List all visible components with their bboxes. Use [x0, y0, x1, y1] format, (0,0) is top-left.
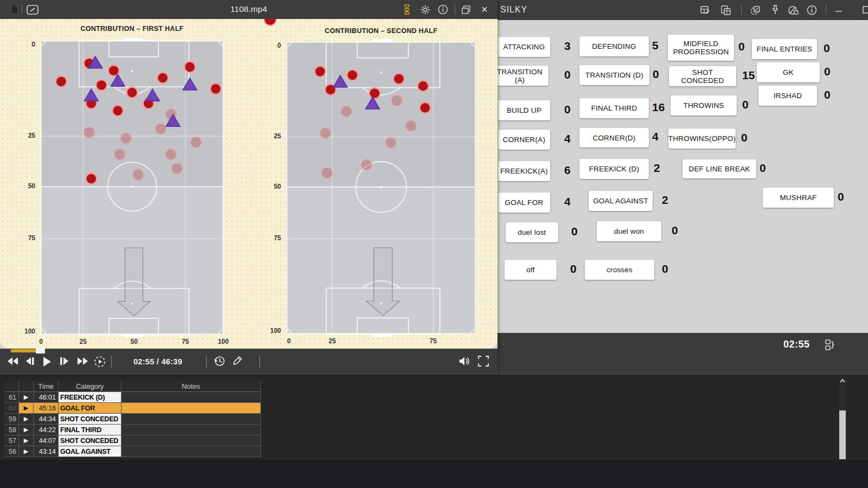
row-number: 58 [4, 425, 19, 435]
stat-button-throwins[interactable]: THROWINS [671, 95, 737, 115]
y-tick-label: 0 [263, 42, 281, 49]
stat-value-gk: 0 [824, 65, 831, 78]
info-icon[interactable] [437, 4, 448, 15]
row-play-icon[interactable]: ▶ [19, 446, 34, 457]
step-back-button[interactable] [24, 356, 37, 367]
restore-window-icon[interactable] [460, 4, 472, 15]
fast-forward-button[interactable] [76, 356, 89, 367]
event-marker-faded [190, 137, 201, 147]
table-row[interactable]: 61▶46:01FREEKICK (D) [4, 392, 261, 403]
close-icon[interactable]: × [477, 2, 492, 16]
stat-value-throwins-oppo: 0 [741, 131, 748, 144]
stat-value-transition-a: 0 [564, 68, 571, 81]
table-row[interactable]: 57▶44:07SHOT CONCEDED [4, 435, 261, 446]
stat-value-corner-d: 4 [652, 130, 659, 143]
event-marker-faded [165, 149, 176, 160]
stat-button-duel-lost[interactable]: duel lost [506, 222, 558, 242]
stat-value-final-third: 16 [652, 101, 665, 114]
stat-value-defending: 5 [652, 39, 659, 52]
row-play-icon[interactable]: ▶ [19, 414, 34, 425]
event-marker [369, 88, 380, 99]
table-edit-icon[interactable] [700, 5, 711, 15]
stat-button-mushraf[interactable]: MUSHRAF [763, 188, 834, 208]
row-play-icon[interactable]: ▶ [19, 403, 34, 414]
table-row[interactable]: 59▶44:34SHOT CONCEDED [4, 414, 261, 425]
volume-button[interactable] [458, 355, 471, 366]
table-scrollbar[interactable] [839, 378, 846, 459]
row-category: SHOT CONCEDED [59, 414, 122, 425]
x-tick-label: 25 [324, 337, 340, 345]
stat-button-throwins-oppo[interactable]: THROWINS(OPPO) [668, 129, 736, 149]
scroll-up-icon[interactable] [840, 379, 845, 383]
stat-button-gk[interactable]: GK [757, 62, 820, 82]
stat-button-off[interactable]: off [505, 260, 557, 280]
table-copy-icon[interactable] [720, 5, 731, 15]
open-external-icon[interactable] [750, 5, 761, 15]
maximize-icon[interactable] [863, 4, 868, 15]
y-tick-label: 0 [17, 41, 35, 48]
stat-button-shot-conceded[interactable]: SHOT CONCEDED [669, 66, 736, 86]
stat-button-final-third[interactable]: FINAL THIRD [579, 98, 649, 118]
scrollbar-thumb[interactable] [839, 410, 846, 459]
stat-button-transition-d[interactable]: TRANSITION (D) [579, 65, 649, 85]
row-play-icon[interactable]: ▶ [19, 425, 34, 435]
hourglass-icon[interactable] [401, 4, 412, 15]
row-notes [122, 392, 261, 403]
stat-button-goal-for[interactable]: GOAL FOR [498, 192, 550, 213]
row-notes [122, 425, 261, 435]
rewind-button[interactable] [7, 356, 20, 367]
video-player-window: 1108.mp4 × CONTRIBUTION – FIRST HALF CON… [0, 0, 497, 374]
history-button[interactable] [214, 355, 227, 366]
event-marker-faded [385, 137, 396, 148]
row-category: GOAL FOR [59, 403, 122, 414]
stat-button-duel-won[interactable]: duel won [597, 221, 661, 241]
pencil-button[interactable] [232, 355, 245, 366]
y-tick-label: 25 [17, 132, 35, 139]
y-tick-label: 75 [263, 234, 281, 242]
play-button[interactable] [41, 356, 54, 367]
stat-value-transition-d: 0 [653, 68, 659, 81]
stat-button-corner-a[interactable]: CORNER(A) [498, 130, 550, 150]
stat-button-transition-a[interactable]: TRANSITION (A) [491, 66, 548, 86]
controls-separator [111, 356, 112, 368]
event-marker [418, 81, 429, 92]
step-forward-button[interactable] [59, 356, 72, 367]
hide-video-icon[interactable] [788, 5, 800, 15]
stat-button-crosses[interactable]: crosses [585, 260, 654, 280]
combine-clips-icon[interactable] [823, 338, 837, 352]
video-titlebar: 1108.mp4 × [0, 0, 497, 19]
fullscreen-button[interactable] [477, 355, 490, 366]
x-tick-label: 100 [215, 338, 232, 345]
row-play-icon[interactable]: ▶ [19, 392, 34, 403]
stat-value-crosses: 0 [662, 262, 668, 275]
pin-icon[interactable] [770, 4, 780, 15]
table-row[interactable]: 60▶45:16GOAL FOR [4, 403, 261, 414]
stat-button-final-entries[interactable]: FINAL ENTRIES [752, 39, 817, 59]
stat-button-freekick-a[interactable]: FREEKICK(A) [498, 161, 550, 181]
info-icon[interactable] [806, 5, 817, 15]
stat-button-freekick-d[interactable]: FREEKICK (D) [579, 159, 649, 179]
minimize-icon[interactable] [832, 4, 845, 15]
stat-button-defending[interactable]: DEFENDING [579, 36, 649, 56]
stat-button-def-line-break[interactable]: DEF LINE BREAK [682, 159, 756, 178]
row-number: 61 [4, 392, 19, 403]
stat-button-corner-d[interactable]: CORNER(D) [579, 128, 649, 147]
stat-button-goal-against[interactable]: GOAL AGAINST [589, 191, 653, 211]
stat-button-build-up[interactable]: BUILD UP [498, 100, 550, 120]
event-marker [315, 66, 326, 77]
gear-icon[interactable] [420, 4, 431, 15]
table-row[interactable]: 56▶43:14GOAL AGAINST [4, 446, 261, 457]
event-marker-faded [322, 168, 333, 178]
stat-button-midfield-progression[interactable]: MIDFIELD PROGRESSION [668, 35, 734, 61]
y-tick-label: 100 [17, 328, 35, 335]
table-row[interactable]: 58▶44:22FINAL THIRD [4, 425, 261, 435]
seek-bar-thumb[interactable] [36, 348, 45, 354]
x-tick-label: 0 [281, 337, 297, 345]
stat-button-attacking[interactable]: ATTACKING [498, 37, 550, 57]
event-marker-faded [114, 149, 125, 160]
row-play-icon[interactable]: ▶ [19, 435, 34, 446]
stat-button-irshad[interactable]: IRSHAD [758, 86, 817, 106]
main-window-title: SILKY [500, 5, 527, 15]
event-marker-faded [133, 169, 144, 180]
loop-play-button[interactable] [93, 355, 106, 366]
